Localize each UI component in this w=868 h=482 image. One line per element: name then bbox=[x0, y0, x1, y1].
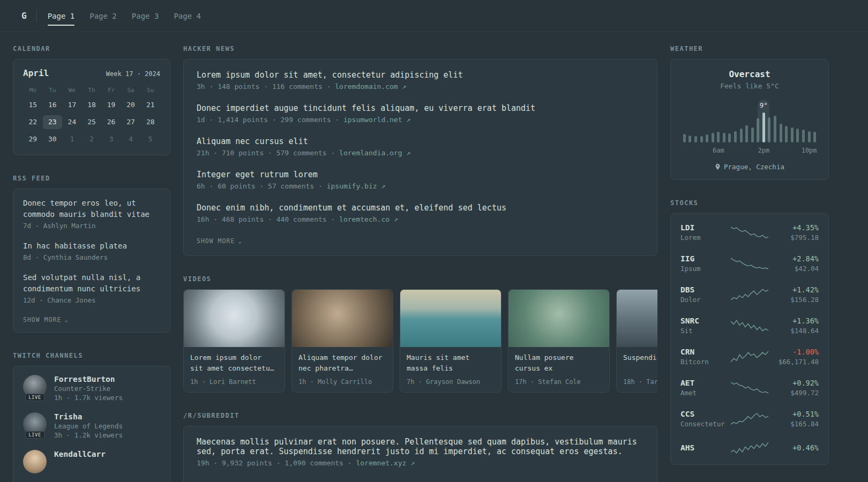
stock-row[interactable]: CCSConsectetur+0.51%$165.84 bbox=[671, 403, 828, 434]
subreddit-widget-title: /R/SUBREDDIT bbox=[183, 412, 657, 419]
hacker-news-item-domain-link[interactable]: loremlandia.org ↗ bbox=[339, 149, 410, 157]
weather-axis-label: 10pm bbox=[802, 147, 817, 154]
rss-item-title[interactable]: Sed volutpat nulla nisl, a condimentum n… bbox=[23, 272, 160, 295]
top-nav: G Page 1Page 2Page 3Page 4 bbox=[0, 0, 868, 32]
calendar-weekday: Sa bbox=[121, 87, 141, 98]
weather-axis-label: 2pm bbox=[758, 147, 770, 154]
hacker-news-item: Donec imperdiet augue tincidunt felis al… bbox=[197, 103, 644, 124]
rss-show-more-button[interactable]: SHOW MORE⌄ bbox=[23, 316, 69, 323]
subreddit-item-title[interactable]: Maecenas mollis pulvinar erat non posuer… bbox=[197, 437, 644, 456]
twitch-avatar-wrap: LIVE bbox=[23, 375, 47, 398]
weather-hour-slot bbox=[767, 112, 773, 142]
twitch-channel-info: KendallCarr bbox=[54, 450, 106, 473]
twitch-channel-category: League of Legends bbox=[54, 422, 123, 430]
hacker-news-item-title[interactable]: Aliquam nec cursus elit bbox=[197, 137, 644, 146]
app-logo[interactable]: G bbox=[21, 11, 27, 21]
video-title: Nullam posuere cursus ex bbox=[508, 347, 609, 374]
weather-hour-bar bbox=[751, 127, 754, 142]
calendar-day-selected: 23 bbox=[43, 115, 63, 129]
stock-row[interactable]: AETAmet+0.92%$499.72 bbox=[671, 372, 828, 403]
video-card[interactable]: Aliquam tempor dolor nec pharetra…1h · M… bbox=[291, 289, 393, 393]
weather-hour-slot bbox=[750, 112, 755, 142]
stock-price: $66,171.48 bbox=[769, 358, 819, 366]
calendar-day-grid: 1516171819202122232425262728293012345 bbox=[23, 98, 160, 146]
stock-row[interactable]: AHS+0.46% bbox=[671, 434, 828, 461]
stock-name: Bitcorn bbox=[680, 358, 730, 366]
video-title: Mauris sit amet massa felis bbox=[400, 347, 501, 374]
hacker-news-item-stats: 21h · 710 points · 579 comments · bbox=[197, 149, 339, 157]
stock-row[interactable]: DBSDolor+1.42%$156.28 bbox=[671, 279, 828, 310]
stock-price: $165.84 bbox=[769, 420, 819, 428]
twitch-channel-row[interactable]: KendallCarr bbox=[23, 450, 160, 473]
weather-hour-slot bbox=[704, 112, 710, 142]
rss-show-more-label: SHOW MORE bbox=[23, 316, 61, 323]
weather-hour-slot bbox=[721, 112, 727, 142]
hacker-news-item-domain-link[interactable]: loremtech.co ↗ bbox=[339, 215, 398, 223]
video-card[interactable]: Lorem ipsum dolor sit amet consectetu…1h… bbox=[183, 289, 285, 393]
twitch-channel-name: Trisha bbox=[54, 412, 123, 421]
video-meta: 18h · Tara bbox=[617, 374, 657, 392]
weather-hour-slot bbox=[710, 112, 716, 142]
hacker-news-item-title[interactable]: Integer eget rutrum lorem bbox=[197, 170, 644, 179]
stock-ticker: AET bbox=[680, 379, 730, 387]
hacker-news-item-domain-link[interactable]: ipsumworld.net ↗ bbox=[343, 116, 410, 124]
twitch-channel-row[interactable]: LIVETrishaLeague of Legends3h · 1.2k vie… bbox=[23, 412, 160, 439]
stock-sparkline bbox=[731, 350, 768, 364]
stock-spark-wrap bbox=[730, 412, 769, 426]
stock-values: +0.51%$165.84 bbox=[769, 410, 819, 428]
middle-column: HACKER NEWS Lorem ipsum dolor sit amet, … bbox=[183, 45, 657, 482]
video-card[interactable]: Nullam posuere cursus ex17h · Stefan Col… bbox=[508, 289, 610, 393]
tab-page-4[interactable]: Page 4 bbox=[174, 0, 201, 32]
hacker-news-item-title[interactable]: Donec enim nibh, condimentum et accumsan… bbox=[197, 203, 644, 213]
nav-divider bbox=[36, 10, 37, 22]
twitch-channel-row[interactable]: LIVEForrestBurtonCounter-Strike1h · 1.7k… bbox=[23, 375, 160, 402]
weather-hour-bar bbox=[728, 133, 731, 142]
subreddit-item-domain-link[interactable]: loremnet.xyz ↗ bbox=[356, 459, 415, 467]
weather-hour-slot bbox=[699, 112, 705, 142]
calendar-day: 19 bbox=[101, 98, 121, 112]
stock-row[interactable]: SNRCSit+1.36%$148.64 bbox=[671, 310, 828, 341]
twitch-widget-title: TWITCH CHANNELS bbox=[13, 352, 170, 359]
tab-page-3[interactable]: Page 3 bbox=[132, 0, 159, 32]
stock-spark-wrap bbox=[730, 319, 769, 333]
stock-values: +4.35%$795.18 bbox=[769, 223, 819, 242]
videos-widget-title: VIDEOS bbox=[183, 275, 657, 283]
hacker-news-item-meta: 21h · 710 points · 579 comments · loreml… bbox=[197, 149, 644, 157]
calendar-day: 3 bbox=[101, 132, 121, 146]
video-card[interactable]: Suspendisse diam18h · Tara bbox=[616, 289, 657, 393]
twitch-channel-name: KendallCarr bbox=[54, 450, 106, 458]
video-card[interactable]: Mauris sit amet massa felis7h · Grayson … bbox=[400, 289, 502, 393]
stock-row[interactable]: IIGIpsum+2.84%$42.04 bbox=[671, 248, 828, 279]
stock-ticker: LDI bbox=[680, 223, 730, 232]
hacker-news-show-more-label: SHOW MORE bbox=[197, 237, 235, 245]
tab-page-2[interactable]: Page 2 bbox=[89, 0, 117, 32]
calendar-weekday: Th bbox=[82, 87, 102, 98]
hacker-news-item: Aliquam nec cursus elit21h · 710 points … bbox=[197, 137, 644, 157]
twitch-channel-meta: 3h · 1.2k viewers bbox=[54, 431, 123, 439]
hacker-news-item-title[interactable]: Donec imperdiet augue tincidunt felis al… bbox=[197, 103, 644, 113]
hacker-news-item-meta: 3h · 148 points · 116 comments · loremdo… bbox=[197, 82, 644, 91]
calendar-card: April Week 17 · 2024 MoTuWeThFrSaSu 1516… bbox=[13, 59, 170, 155]
hacker-news-item-title[interactable]: Lorem ipsum dolor sit amet, consectetur … bbox=[197, 70, 644, 80]
rss-item-title[interactable]: Donec tempor eros leo, ut commodo mauris… bbox=[23, 198, 160, 220]
hacker-news-item-domain-link[interactable]: loremdomain.com ↗ bbox=[335, 82, 406, 91]
weather-hourly-chart: 9° bbox=[682, 100, 818, 142]
stock-spark-wrap bbox=[730, 441, 769, 455]
hacker-news-item-domain-link[interactable]: ipsumify.biz ↗ bbox=[327, 182, 386, 190]
stock-row[interactable]: CRNBitcorn-1.00%$66,171.48 bbox=[671, 341, 828, 372]
subreddit-card: Maecenas mollis pulvinar erat non posuer… bbox=[183, 426, 657, 482]
weather-hour-bar bbox=[808, 131, 811, 142]
stock-name: Dolor bbox=[680, 296, 730, 304]
hacker-news-show-more-button[interactable]: SHOW MORE⌄ bbox=[197, 237, 242, 245]
weather-hour-bar bbox=[706, 134, 708, 142]
weather-hour-bar bbox=[734, 131, 737, 142]
stock-row[interactable]: LDILorem+4.35%$795.18 bbox=[671, 217, 828, 248]
dashboard: CALENDAR April Week 17 · 2024 MoTuWeThFr… bbox=[0, 32, 868, 482]
stock-change: +0.92% bbox=[769, 379, 819, 387]
weather-widget-title: WEATHER bbox=[670, 45, 829, 52]
video-meta: 17h · Stefan Cole bbox=[508, 374, 609, 392]
calendar-day: 2 bbox=[82, 132, 102, 146]
rss-item-title[interactable]: In hac habitasse platea bbox=[23, 240, 160, 252]
stock-ticker: CCS bbox=[680, 410, 730, 418]
tab-page-1[interactable]: Page 1 bbox=[48, 0, 75, 32]
